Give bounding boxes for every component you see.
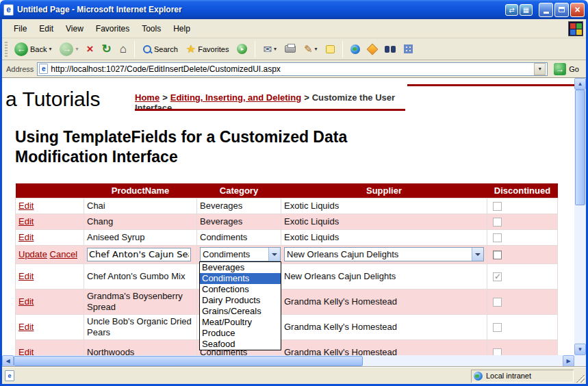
discontinued-checkbox: [493, 323, 502, 332]
scroll-down-button[interactable]: ▼: [574, 344, 586, 355]
minimize-icon: [544, 12, 549, 14]
address-bar: Address e http://localhost:1027/Code/Edi…: [2, 60, 586, 78]
toolbar-grip[interactable]: [5, 42, 8, 57]
horizontal-scrollbar[interactable]: ◀ ▶: [2, 355, 574, 367]
ie-window: e Untitled Page - Microsoft Internet Exp…: [0, 0, 588, 386]
edit-link[interactable]: Edit: [18, 216, 34, 227]
table-row: Edit Uncle Bob's Organic Dried Pears Gra…: [16, 314, 558, 339]
addon-button-1[interactable]: [348, 43, 363, 55]
search-label: Search: [154, 45, 178, 53]
menu-item-file[interactable]: File: [8, 21, 33, 36]
titlebar[interactable]: e Untitled Page - Microsoft Internet Exp…: [0, 0, 588, 19]
table-row: Edit Chang Beverages Exotic Liquids: [16, 214, 558, 229]
option-beverages[interactable]: Beverages: [200, 262, 281, 273]
page-content: a Tutorials Home>Editing, Inserting, and…: [2, 78, 574, 355]
menu-item-favorites[interactable]: Favorites: [90, 21, 136, 36]
products-gridview: ProductName Category Supplier Discontinu…: [15, 183, 557, 355]
edit-link[interactable]: Edit: [18, 201, 34, 211]
product-cell: Chai: [84, 198, 197, 214]
scroll-up-button[interactable]: ▲: [574, 78, 586, 90]
menu-item-tools[interactable]: Tools: [136, 21, 167, 36]
discuss-button[interactable]: [323, 44, 337, 55]
edit-link[interactable]: Edit: [18, 322, 34, 332]
breadcrumb-home-link[interactable]: Home: [135, 92, 159, 103]
address-dropdown-button[interactable]: ▾: [534, 63, 546, 75]
search-button[interactable]: Search: [140, 43, 181, 55]
category-cell: Beverages: [197, 214, 281, 229]
resize-grip[interactable]: [576, 374, 585, 383]
addon-button-4[interactable]: [401, 43, 416, 55]
mail-chevron-icon[interactable]: ▾: [274, 46, 277, 52]
supplier-select[interactable]: New Orleans Cajun Delights: [284, 247, 484, 261]
product-name-input[interactable]: [87, 248, 191, 261]
option-grains-cereals[interactable]: Grains/Cereals: [200, 306, 281, 317]
star-icon: ★: [186, 42, 196, 55]
minimize-button[interactable]: [539, 3, 553, 17]
menu-item-help[interactable]: Help: [167, 21, 196, 36]
back-button[interactable]: ← Back ▾: [12, 41, 54, 57]
media-button[interactable]: ▸: [234, 42, 250, 55]
product-cell: Chang: [84, 214, 197, 229]
edit-link[interactable]: Edit: [18, 232, 34, 242]
site-title: a Tutorials: [5, 88, 100, 111]
horizontal-scrollbar-thumb[interactable]: [14, 356, 363, 366]
toolbar-separator: [255, 41, 255, 57]
breadcrumb-section-link[interactable]: Editing, Inserting, and Deleting: [170, 92, 301, 103]
option-dairy-products[interactable]: Dairy Products: [200, 295, 281, 306]
grid-header-row: ProductName Category Supplier Discontinu…: [16, 183, 558, 198]
option-condiments[interactable]: Condiments: [200, 273, 281, 284]
address-label: Address: [6, 65, 34, 73]
option-meat-poultry[interactable]: Meat/Poultry: [200, 317, 281, 328]
mail-icon: ✉: [263, 43, 272, 55]
status-bar: e Local intranet: [2, 367, 586, 384]
select-chevron-icon[interactable]: [472, 248, 483, 261]
go-button[interactable]: → Go: [551, 62, 582, 76]
vertical-scrollbar[interactable]: ▲ ▼: [574, 78, 586, 355]
search-icon: [142, 44, 152, 54]
favorites-label: Favorites: [198, 45, 229, 53]
product-cell: Chef Anton's Gumbo Mix: [84, 263, 197, 289]
edit-button[interactable]: ✎ ▾: [301, 42, 320, 57]
header-productname: ProductName: [84, 183, 197, 198]
supplier-cell: Grandma Kelly's Homestead: [281, 289, 487, 314]
cancel-link[interactable]: Cancel: [50, 249, 77, 259]
edit-link[interactable]: Edit: [18, 296, 34, 307]
home-button[interactable]: ⌂: [117, 41, 129, 57]
option-produce[interactable]: Produce: [200, 328, 281, 339]
extra-window-button-swap[interactable]: ⇄: [505, 4, 518, 16]
back-chevron-icon[interactable]: ▾: [49, 46, 51, 52]
category-select[interactable]: Condiments: [200, 247, 281, 261]
stop-button[interactable]: ×: [84, 42, 97, 56]
address-url[interactable]: http://localhost:1027/Code/EditInsertDel…: [51, 64, 534, 74]
address-input[interactable]: e http://localhost:1027/Code/EditInsertD…: [37, 62, 548, 76]
select-chevron-icon[interactable]: [268, 248, 280, 261]
toolbar-separator: [342, 41, 343, 57]
vertical-scrollbar-thumb[interactable]: [575, 90, 585, 205]
edit-link[interactable]: Edit: [18, 347, 34, 355]
option-confections[interactable]: Confections: [200, 284, 281, 295]
scroll-right-button[interactable]: ▶: [563, 355, 574, 367]
print-button[interactable]: [282, 44, 298, 54]
menu-item-edit[interactable]: Edit: [33, 21, 60, 36]
supplier-cell: Exotic Liquids: [281, 229, 487, 245]
favorites-button[interactable]: ★ Favorites: [183, 41, 232, 57]
close-button[interactable]: ×: [570, 3, 585, 17]
window-title: Untitled Page - Microsoft Internet Explo…: [17, 5, 505, 14]
standard-buttons-toolbar: ← Back ▾ → ▾ × ↻ ⌂ Search ★ Favorites ▸: [2, 38, 586, 60]
forward-button[interactable]: → ▾: [57, 41, 81, 57]
mail-button[interactable]: ✉ ▾: [260, 42, 279, 57]
menu-item-view[interactable]: View: [60, 21, 90, 36]
maximize-button[interactable]: [554, 3, 569, 17]
category-cell: Beverages: [197, 198, 281, 214]
addon-button-3[interactable]: [382, 44, 398, 54]
security-zone-panel: Local intranet: [471, 370, 574, 383]
addon-button-2[interactable]: [366, 44, 379, 55]
update-link[interactable]: Update: [18, 249, 47, 259]
edit-link[interactable]: Edit: [18, 271, 34, 281]
edit-chevron-icon[interactable]: ▾: [315, 46, 318, 52]
extra-window-button-panel[interactable]: ▦: [520, 4, 533, 16]
discontinued-checkbox[interactable]: [493, 250, 502, 259]
option-seafood[interactable]: Seafood: [200, 339, 281, 350]
refresh-button[interactable]: ↻: [99, 40, 114, 57]
scroll-left-button[interactable]: ◀: [2, 355, 14, 367]
